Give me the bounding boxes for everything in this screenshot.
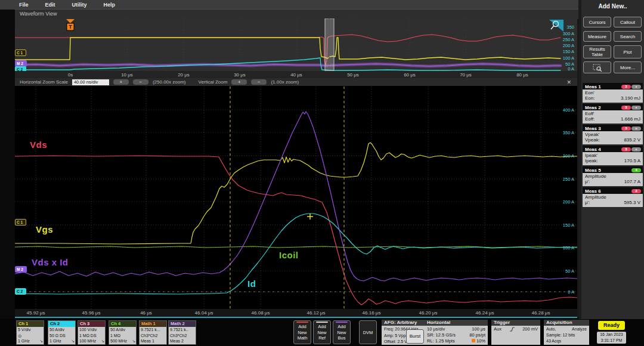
tick-label: 46.08 μs (252, 310, 270, 316)
meas-badge-1[interactable]: Meas 13+Eon'Eon:3.190 mJ (583, 83, 643, 103)
panel-bottom-accent (15, 317, 577, 318)
vds-trace-label: Vds (30, 140, 47, 150)
menu-file[interactable]: File (19, 2, 29, 8)
horizontal-panel[interactable]: Horizontal 10 μs/div100 μs SR: 12.5 GS/s… (425, 320, 488, 345)
vdsid-trace-label: Vds x Id (32, 257, 69, 267)
main-plot-area[interactable]: 400 A350 A300 A250 A200 A150 A100 A50 A0… (15, 86, 577, 309)
add-new-ref-button[interactable]: AddNewRef (313, 320, 331, 344)
main-time-axis: 45.92 μs45.96 μs46 μs46.04 μs46.08 μs46.… (15, 309, 577, 317)
expansion-point-icon (472, 339, 475, 342)
hzoom-plus-button[interactable]: + (113, 79, 129, 85)
more-button[interactable]: More... (614, 61, 642, 73)
meas-badge-5[interactable]: Meas 54Amplitudeμ':107.7 A (583, 166, 643, 186)
meas-count-pill[interactable]: 3 (621, 126, 631, 131)
hzoom-label: Horizontal Zoom Scale (20, 79, 68, 85)
meas-count-pill[interactable]: 3 (621, 106, 631, 110)
meas-count-pill[interactable]: 3 (631, 189, 641, 193)
time: 3:31:17 PM (597, 338, 626, 344)
menu-edit[interactable]: Edit (45, 2, 55, 8)
meas-count-pill[interactable]: + (631, 126, 641, 131)
vgs-trace-label: Vgs (36, 224, 53, 234)
acq-mode: Auto, (546, 326, 556, 332)
overview-strip[interactable]: T 350300 A250 A200 A150 A100 A50 A0 A C … (15, 18, 577, 71)
trigger-level: 200 mV (522, 326, 538, 332)
tick-label: 20 μs (178, 72, 190, 78)
tick-label: 30 μs (234, 72, 246, 78)
channel-tag-c1[interactable]: C 1 (15, 50, 26, 56)
axis-label: 0 A (550, 289, 574, 295)
menu-utility[interactable]: Utility (72, 2, 87, 8)
meas-badge-3[interactable]: Meas 33+Vpeak'Vpeak:835.2 V (583, 125, 643, 144)
overview-plot[interactable]: T (15, 18, 577, 71)
channel-badge-ch3[interactable]: Ch 3100 V/div1 MΩ DS100 MHz↘ (78, 320, 106, 345)
afg-panel[interactable]: AFG: Arbitrary Freq: 20.9644 kHz Amp: 5 … (382, 320, 425, 345)
icoil-trace (15, 246, 577, 248)
id-trace-label: Id (247, 279, 256, 289)
right-sidebar: Add New.. Cursors Callout Measure Search… (581, 0, 644, 319)
measure-button[interactable]: Measure (583, 31, 611, 42)
meas-badge-6[interactable]: Meas 63Amplitudeμ':595.3 V (583, 187, 643, 207)
horizontal-title: Horizontal (425, 320, 488, 326)
vzoom-label: Vertical Zoom (199, 79, 228, 85)
axis-label: 150 A (550, 223, 574, 228)
main-plot[interactable] (15, 86, 577, 309)
measure-cross-marker (307, 214, 313, 220)
meas-badge-4[interactable]: Meas 43+Ipeak'Ipeak:170.5 A (583, 146, 643, 165)
trigger-marker[interactable]: T (66, 19, 75, 30)
tick-label: 60 μs (404, 72, 416, 78)
tick-label: 45.96 μs (82, 310, 101, 316)
axis-label: 250 A (550, 177, 574, 182)
meas-count-pill[interactable]: + (631, 85, 641, 89)
channel-tag-m2[interactable]: M 2 (15, 266, 27, 273)
acquisition-panel[interactable]: Acquisition Auto,Analyze Sample: 12 bits… (544, 320, 589, 345)
add-new-bus-button[interactable]: AddNewBus (333, 320, 351, 344)
channel-badge-math1[interactable]: Math 19.7521 k...Ch3*Ch2Meas 1 (139, 320, 167, 345)
meas-count-pill[interactable]: 3 (621, 85, 631, 89)
hzoom-scale-input[interactable] (72, 79, 109, 85)
tick-label: 46.12 μs (307, 310, 326, 316)
meas-count-pill[interactable]: 3 (621, 147, 631, 152)
zoom-area-button[interactable] (583, 61, 611, 73)
horizontal-record-length: RL: 1.25 Mpts (427, 338, 455, 344)
close-zoom-icon[interactable]: ✕ (566, 79, 571, 85)
axis-label: 300 A (550, 31, 574, 36)
search-button[interactable]: Search (614, 31, 642, 42)
add-new-title: Add New.. (581, 0, 644, 10)
menu-help[interactable]: Help (104, 2, 116, 8)
cursors-button[interactable]: Cursors (583, 17, 611, 27)
horizontal-scale: 10 μs/div (427, 326, 445, 332)
bottom-bar: Ch 15 V/div◎1 GHz↘Ch 250 A/div50 Ω DS1 G… (0, 319, 644, 346)
axis-label: 100 A (550, 245, 574, 251)
results-table-button[interactable]: Results Table (583, 45, 611, 58)
tick-label: 0s (68, 72, 73, 78)
vzoom-plus-button[interactable]: + (231, 79, 247, 85)
vzoom-minus-button[interactable]: − (251, 79, 267, 85)
datetime-badge: 16 Jan 2023 3:31:17 PM (597, 332, 626, 344)
dvm-button[interactable]: DVM (359, 320, 377, 344)
trigger-panel[interactable]: Trigger Aux 200 mV (491, 320, 540, 345)
tick-label: 46 μs (140, 310, 152, 316)
channel-tag-c2[interactable]: C 2 (15, 288, 26, 295)
meas-count-pill[interactable]: + (631, 106, 641, 110)
channel-badge-ch2[interactable]: Ch 250 A/div50 Ω DS1 GHz↘ (48, 320, 76, 345)
tick-label: 46.24 μs (476, 310, 494, 316)
plot-button[interactable]: Plot (614, 45, 642, 58)
channel-tag-c1[interactable]: C 1 (15, 219, 26, 225)
clipping-arrow-icon: ↘ (132, 338, 135, 344)
axis-label: 350 (550, 24, 574, 30)
axis-label: 250 A (550, 37, 574, 42)
axis-label: 200 A (550, 199, 574, 205)
channel-badge-ch1[interactable]: Ch 15 V/div◎1 GHz↘ (16, 320, 44, 345)
meas-count-pill[interactable]: 4 (631, 168, 641, 172)
channel-badge-math2[interactable]: Math 29.7521 k..Ch3*Ch2Meas 2 (168, 320, 196, 345)
clipping-arrow-icon: ↘ (71, 338, 75, 344)
meas-count-pill[interactable]: + (631, 147, 641, 152)
channel-badge-ch4[interactable]: Ch 450 A/div1 MΩ500 MHz↘ (109, 320, 137, 345)
burst-button[interactable]: Burst (406, 329, 424, 344)
axis-label: 150 A (550, 49, 574, 54)
meas-badge-2[interactable]: Meas 23+Eoff'Eoff:1.666 mJ (583, 104, 643, 123)
hzoom-minus-button[interactable]: − (133, 79, 148, 85)
add-new-math-button[interactable]: AddNewMath (293, 320, 311, 344)
callout-button[interactable]: Callout (614, 17, 642, 27)
overview-time-axis: 0s10 μs20 μs30 μs40 μs50 μs60 μs70 μs80 … (15, 71, 577, 78)
